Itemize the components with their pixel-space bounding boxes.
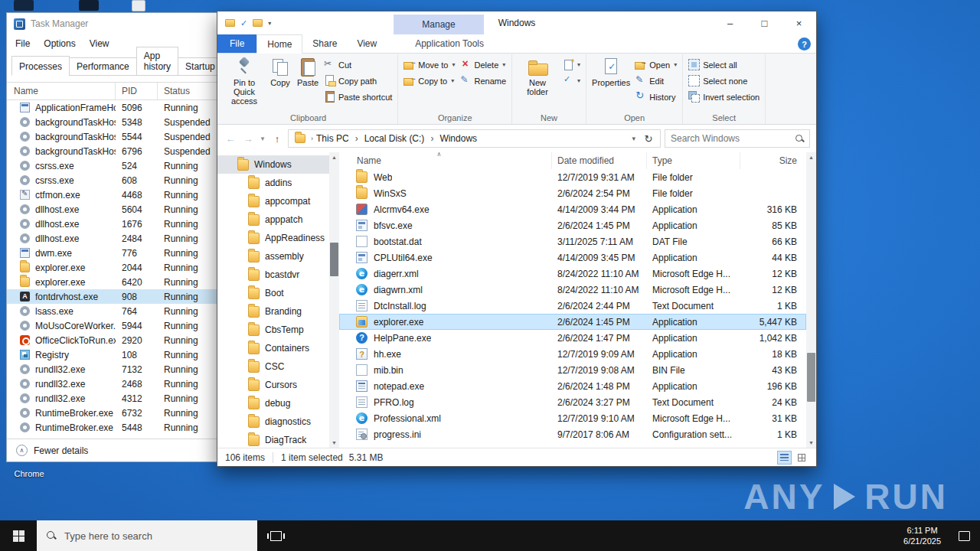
copy-button[interactable]: Copy — [266, 55, 294, 89]
process-row[interactable]: dllhost.exe 5604 Running — [7, 202, 220, 217]
start-button[interactable] — [0, 520, 37, 551]
nav-item-windows-root[interactable]: Windows — [217, 155, 329, 174]
desktop-icon-partial[interactable] — [14, 0, 34, 11]
file-row[interactable]: Professional.xml 12/7/2019 9:10 AM Micro… — [339, 410, 806, 426]
back-button[interactable]: ← — [224, 133, 237, 145]
invert-selection-button[interactable]: Invert selection — [688, 90, 760, 103]
explorer-titlebar[interactable]: ✓ ▾ Manage Windows – □ × — [217, 11, 816, 34]
menubar-item[interactable]: File — [15, 38, 30, 49]
minimize-button[interactable]: – — [713, 11, 747, 34]
nav-folder-item[interactable]: AppReadiness — [217, 229, 329, 247]
forward-button[interactable]: → — [241, 133, 255, 145]
scroll-down-icon[interactable]: ▼ — [806, 440, 816, 445]
scroll-down-icon[interactable]: ▼ — [329, 440, 339, 445]
copy-to-button[interactable]: Copy to ▾ — [403, 74, 455, 87]
process-row[interactable]: backgroundTaskHos... 5348 Suspended — [7, 115, 220, 129]
refresh-button[interactable]: ↻ — [641, 133, 656, 145]
column-header-status[interactable]: Status — [158, 83, 220, 99]
process-row[interactable]: RuntimeBroker.exe 6732 Running — [7, 406, 220, 420]
help-button[interactable]: ? — [798, 37, 811, 51]
task-manager-titlebar[interactable]: Task Manager — [7, 13, 220, 34]
process-row[interactable]: Registry 108 Running — [7, 347, 220, 362]
column-header-date-modified[interactable]: Date modified — [552, 152, 647, 169]
new-item-button[interactable]: ▾ — [562, 58, 580, 71]
history-button[interactable]: History — [635, 90, 677, 103]
task-manager-tab[interactable]: Startup — [178, 57, 223, 76]
paste-button[interactable]: Paste — [294, 55, 322, 89]
address-bar[interactable]: › This PCLocal Disk (C:)Windows ▾ ↻ — [288, 129, 661, 148]
file-row[interactable]: PFRO.log 2/6/2024 3:27 PM Text Document … — [339, 394, 806, 410]
scroll-up-icon[interactable]: ▲ — [806, 155, 816, 160]
process-row[interactable]: rundll32.exe 2468 Running — [7, 377, 220, 391]
new-folder-icon[interactable] — [253, 19, 263, 27]
up-button[interactable]: ↑ — [270, 133, 284, 145]
process-row[interactable]: MoUsoCoreWorker.e... 5944 Running — [7, 318, 220, 333]
file-row[interactable]: WinSxS 2/6/2024 2:54 PM File folder — [339, 185, 806, 201]
nav-folder-item[interactable]: Containers — [217, 339, 329, 357]
process-row[interactable]: backgroundTaskHos... 6796 Suspended — [7, 144, 220, 158]
move-to-button[interactable]: Move to ▾ — [403, 58, 455, 71]
process-row[interactable]: dwm.exe 776 Running — [7, 246, 220, 260]
file-row[interactable]: notepad.exe 2/6/2024 1:48 PM Application… — [339, 378, 806, 394]
nav-folder-item[interactable]: diagnostics — [217, 412, 329, 431]
scroll-up-icon[interactable]: ▲ — [329, 155, 339, 160]
nav-folder-item[interactable]: apppatch — [217, 210, 329, 229]
column-header-name[interactable]: Name — [7, 83, 116, 99]
nav-folder-item[interactable]: addins — [217, 174, 329, 192]
nav-folder-item[interactable]: appcompat — [217, 192, 329, 210]
process-row[interactable]: ApplicationFrameHo... 5096 Running — [7, 100, 220, 115]
select-all-button[interactable]: Select all — [688, 58, 760, 71]
column-header-size[interactable]: Size — [740, 152, 806, 169]
menubar-item[interactable]: Options — [44, 38, 75, 49]
tab-file[interactable]: File — [217, 34, 256, 53]
properties-button[interactable]: Properties — [590, 55, 632, 89]
file-list-scrollbar[interactable]: ▲ ▼ — [806, 152, 816, 448]
process-row[interactable]: lsass.exe 764 Running — [7, 304, 220, 318]
file-row[interactable]: diagwrn.xml 8/24/2022 11:10 AM Microsoft… — [339, 282, 806, 298]
folder-icon[interactable] — [225, 19, 235, 27]
maximize-button[interactable]: □ — [747, 11, 782, 34]
rename-button[interactable]: Rename — [459, 74, 506, 87]
fewer-details-button[interactable]: Fewer details — [34, 445, 88, 456]
breadcrumb-item[interactable]: This PC — [316, 133, 364, 144]
customize-toolbar-chevron-icon[interactable]: ▾ — [268, 20, 271, 27]
file-row[interactable]: Web 12/7/2019 9:31 AM File folder — [339, 169, 806, 185]
process-row[interactable]: ctfmon.exe 4468 Running — [7, 187, 220, 202]
file-row[interactable]: Alcrmv64.exe 4/14/2009 3:44 PM Applicati… — [339, 201, 806, 217]
task-manager-tab[interactable]: Processes — [11, 56, 70, 76]
address-dropdown-chevron-icon[interactable]: ▾ — [628, 135, 639, 142]
file-row[interactable]: HelpPane.exe 2/6/2024 1:47 PM Applicatio… — [339, 330, 806, 346]
file-row[interactable]: hh.exe 12/7/2019 9:09 AM Application 18 … — [339, 346, 806, 362]
process-row[interactable]: fontdrvhost.exe 908 Running — [7, 289, 220, 304]
open-button[interactable]: Open ▾ — [635, 58, 677, 71]
easy-access-button[interactable]: ▾ — [562, 74, 580, 87]
edit-button[interactable]: Edit — [635, 74, 677, 87]
process-row[interactable]: rundll32.exe 7132 Running — [7, 362, 220, 377]
process-row[interactable]: rundll32.exe 4312 Running — [7, 391, 220, 406]
column-header-pid[interactable]: PID — [116, 83, 158, 99]
file-row[interactable]: mib.bin 12/7/2019 9:08 AM BIN File 43 KB — [339, 362, 806, 378]
desktop-icon-partial[interactable] — [79, 0, 99, 11]
process-row[interactable]: backgroundTaskHos... 5544 Suspended — [7, 129, 220, 144]
tab-view[interactable]: View — [347, 34, 387, 53]
nav-folder-item[interactable]: bcastdvr — [217, 266, 329, 284]
properties-check-icon[interactable]: ✓ — [240, 18, 247, 28]
scrollbar-thumb[interactable] — [807, 353, 815, 402]
delete-button[interactable]: Delete ▾ — [459, 58, 506, 71]
copy-path-button[interactable]: Copy path — [324, 74, 392, 87]
process-row[interactable]: RuntimeBroker.exe 5448 Running — [7, 420, 220, 435]
process-row[interactable]: csrss.exe 608 Running — [7, 173, 220, 187]
breadcrumb-item[interactable]: Local Disk (C:) — [364, 133, 440, 144]
menubar-item[interactable]: View — [90, 38, 109, 49]
process-row[interactable]: OfficeClickToRun.exe 2920 Running — [7, 333, 220, 347]
process-row[interactable]: explorer.exe 2044 Running — [7, 260, 220, 275]
column-header-name[interactable]: ∧ Name — [339, 152, 552, 169]
paste-shortcut-button[interactable]: Paste shortcut — [324, 90, 392, 103]
file-row[interactable]: bfsvc.exe 2/6/2024 1:45 PM Application 8… — [339, 217, 806, 233]
nav-folder-item[interactable]: assembly — [217, 247, 329, 266]
scrollbar-thumb[interactable] — [330, 243, 338, 276]
tab-application-tools[interactable]: Application Tools — [405, 34, 494, 53]
process-row[interactable]: csrss.exe 524 Running — [7, 158, 220, 173]
taskbar-clock[interactable]: 6:11 PM 6/21/2025 — [897, 520, 948, 551]
pin-to-quick-access-button[interactable]: Pin to Quick access — [222, 55, 266, 107]
